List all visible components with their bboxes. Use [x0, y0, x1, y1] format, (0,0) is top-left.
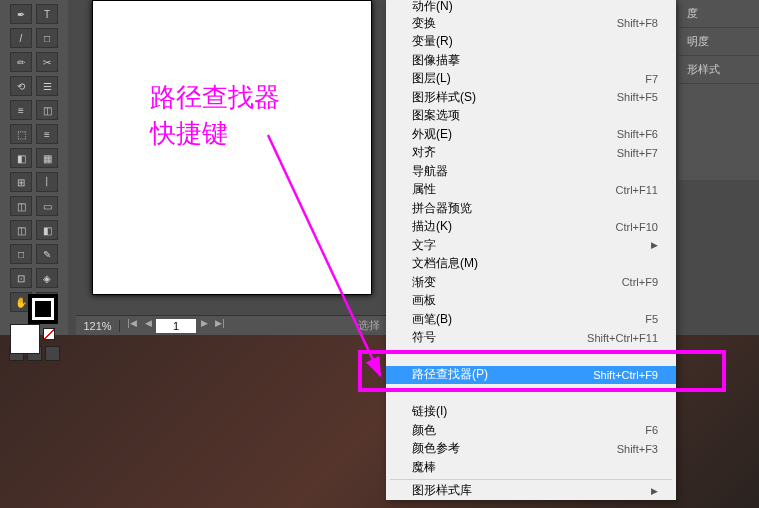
tool-button[interactable]: ⊡ [10, 268, 32, 288]
last-page-icon[interactable]: ▶| [212, 318, 228, 334]
menu-item-label: 描边(K) [412, 218, 452, 235]
menu-item-label: 链接(I) [412, 403, 447, 420]
menu-separator [390, 479, 672, 480]
tool-button[interactable]: ▦ [36, 148, 58, 168]
menu-item[interactable]: 链接(I) [386, 403, 676, 422]
tool-button[interactable]: ✎ [36, 244, 58, 264]
menu-item[interactable]: 描边(K)Ctrl+F10 [386, 218, 676, 237]
menu-item-label: 变换 [412, 15, 436, 32]
menu-shortcut: Shift+F8 [617, 17, 658, 29]
canvas-area [76, 0, 381, 310]
page-nav: |◀ ◀ 1 ▶ ▶| [124, 318, 228, 334]
next-page-icon[interactable]: ▶ [196, 318, 212, 334]
menu-item[interactable]: 对齐Shift+F7 [386, 144, 676, 163]
menu-shortcut: Ctrl+F11 [616, 184, 659, 196]
first-page-icon[interactable]: |◀ [124, 318, 140, 334]
tool-button[interactable]: ≡ [36, 124, 58, 144]
submenu-arrow-icon: ▶ [651, 486, 658, 496]
menu-shortcut: Shift+F3 [617, 443, 658, 455]
menu-item[interactable]: 画板 [386, 292, 676, 311]
menu-item-label: 图形样式(S) [412, 89, 476, 106]
menu-item-label: 渐变 [412, 274, 436, 291]
menu-item[interactable]: 属性Ctrl+F11 [386, 181, 676, 200]
menu-item-label: 文字 [412, 237, 436, 254]
tool-button[interactable]: / [10, 28, 32, 48]
menu-item[interactable]: 文档信息(M) [386, 255, 676, 274]
mode-button[interactable] [45, 346, 60, 361]
menu-item[interactable]: 魔棒 [386, 458, 676, 477]
fill-swatch[interactable] [10, 324, 40, 354]
menu-item[interactable]: 路径查找器(P)Shift+Ctrl+F9 [386, 366, 676, 385]
menu-item-label: 颜色参考 [412, 440, 460, 457]
submenu-arrow-icon: ▶ [651, 240, 658, 250]
menu-item[interactable]: 图形样式(S)Shift+F5 [386, 88, 676, 107]
tool-button[interactable]: ◧ [36, 220, 58, 240]
selection-status: 选择 [358, 318, 386, 333]
menu-shortcut: Shift+F5 [617, 91, 658, 103]
menu-item[interactable]: 动作(N) [386, 0, 676, 14]
menu-item[interactable]: 变换Shift+F8 [386, 14, 676, 33]
tool-button[interactable]: ▭ [36, 196, 58, 216]
tool-button[interactable]: ✒ [10, 4, 32, 24]
menu-item-label: 图形样式库 [412, 482, 472, 499]
stroke-swatch[interactable] [28, 294, 58, 324]
menu-item[interactable]: 颜色参考Shift+F3 [386, 440, 676, 459]
panel-tab[interactable]: 形样式 [679, 56, 759, 84]
tool-button[interactable]: ✏ [10, 52, 32, 72]
right-panel-dock: 度 明度 形样式 [679, 0, 759, 180]
prev-page-icon[interactable]: ◀ [140, 318, 156, 334]
menu-shortcut: Shift+F6 [617, 128, 658, 140]
menu-item[interactable]: 文字▶ [386, 236, 676, 255]
tool-button[interactable]: ◫ [10, 196, 32, 216]
menu-item-label: 导航器 [412, 163, 448, 180]
annotation-line2: 快捷键 [150, 119, 228, 148]
menu-shortcut: F6 [645, 424, 658, 436]
tool-button[interactable]: ◫ [36, 100, 58, 120]
tool-button[interactable]: □ [36, 28, 58, 48]
menu-item[interactable]: 图形样式库▶ [386, 482, 676, 501]
page-input[interactable]: 1 [156, 319, 196, 333]
menu-item-label: 魔棒 [412, 459, 436, 476]
annotation-text: 路径查找器 快捷键 [150, 80, 280, 153]
menu-shortcut: Shift+Ctrl+F9 [593, 369, 658, 381]
status-bar: 121% |◀ ◀ 1 ▶ ▶| 选择 [76, 315, 386, 335]
menu-item-label: 外观(E) [412, 126, 452, 143]
menu-shortcut: F7 [645, 73, 658, 85]
menu-item[interactable]: 颜色F6 [386, 421, 676, 440]
menu-item[interactable]: 拼合器预览 [386, 199, 676, 218]
menu-item[interactable]: 图层(L)F7 [386, 70, 676, 89]
tool-grid: ✒ T / □ ✏ ✂ ⟲ ☰ ≡ ◫ ⬚ ≡ ◧ ▦ ⊞ 丨 ◫ ▭ ◫ ◧ … [6, 0, 62, 316]
tool-button[interactable]: 丨 [36, 172, 58, 192]
menu-item[interactable]: 渐变Ctrl+F9 [386, 273, 676, 292]
tool-button[interactable]: ⟲ [10, 76, 32, 96]
zoom-level[interactable]: 121% [76, 320, 120, 332]
annotation-line1: 路径查找器 [150, 83, 280, 112]
menu-item-label: 画板 [412, 292, 436, 309]
tool-button[interactable]: ≡ [10, 100, 32, 120]
menu-item[interactable]: 图像描摹 [386, 51, 676, 70]
tool-button[interactable]: ✂ [36, 52, 58, 72]
panel-tab[interactable]: 明度 [679, 28, 759, 56]
menu-shortcut: Ctrl+F10 [616, 221, 659, 233]
menu-item[interactable]: 变量(R) [386, 33, 676, 52]
panel-tab[interactable]: 度 [679, 0, 759, 28]
menu-item[interactable]: 画笔(B)F5 [386, 310, 676, 329]
tool-button[interactable]: ◈ [36, 268, 58, 288]
left-toolbar: ✒ T / □ ✏ ✂ ⟲ ☰ ≡ ◫ ⬚ ≡ ◧ ▦ ⊞ 丨 ◫ ▭ ◫ ◧ … [0, 0, 68, 335]
tool-button[interactable]: ☰ [36, 76, 58, 96]
menu-item[interactable]: 符号Shift+Ctrl+F11 [386, 329, 676, 348]
tool-button[interactable]: ⊞ [10, 172, 32, 192]
tool-button[interactable]: ⬚ [10, 124, 32, 144]
menu-item[interactable]: 图案选项 [386, 107, 676, 126]
menu-item[interactable]: 导航器 [386, 162, 676, 181]
menu-item-label: 图案选项 [412, 107, 460, 124]
tool-button[interactable]: □ [10, 244, 32, 264]
menu-item-label: 颜色 [412, 422, 436, 439]
menu-item[interactable]: 外观(E)Shift+F6 [386, 125, 676, 144]
tool-button[interactable]: ◫ [10, 220, 32, 240]
swatch-none[interactable] [43, 328, 55, 340]
tool-button[interactable]: T [36, 4, 58, 24]
tool-button[interactable]: ◧ [10, 148, 32, 168]
menu-shortcut: Ctrl+F9 [622, 276, 658, 288]
menu-item-label: 画笔(B) [412, 311, 452, 328]
